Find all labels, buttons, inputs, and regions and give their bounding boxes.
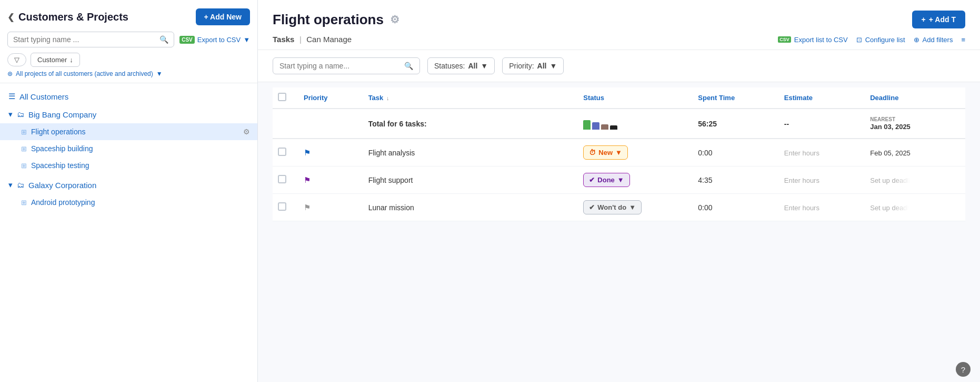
toolbar-actions: CSV Export list to CSV ⊡ Configure list … [778,36,965,44]
status-text-lm: Won't do [597,203,626,211]
row-estimate-lm[interactable]: Enter hours [779,194,865,221]
row-status-fs: ✔ Done ▼ [578,166,693,194]
priority-chevron: ▼ [549,62,557,70]
help-button[interactable]: ? [956,362,971,377]
list-view-button[interactable]: ≡ [961,36,965,44]
bar-2 [592,122,599,130]
flag-icon-fs: ⚑ [304,175,311,184]
sidebar-search-box[interactable]: 🔍 [7,32,174,47]
sidebar-header: ❮ Customers & Projects + Add New 🔍 CSV E… [0,0,257,83]
deadline-lm: Set up deadl [870,204,908,212]
row-task-fa[interactable]: Flight analysis [363,139,578,166]
all-customers-nav[interactable]: ☰ All Customers [0,87,257,105]
project-gear-button-fo[interactable]: ⚙ [243,128,250,136]
th-task[interactable]: Task ↓ [363,87,578,109]
th-priority[interactable]: Priority [298,87,363,109]
main-toolbar: Tasks | Can Manage CSV Export list to CS… [273,35,965,50]
export-list-csv-button[interactable]: CSV Export list to CSV [778,36,847,44]
search-row: 🔍 CSV Export to CSV ▼ [7,32,250,47]
bar-3 [601,124,608,130]
configure-list-icon: ⊡ [856,36,862,44]
total-spent: 56:25 [698,120,717,128]
total-deadline-value: Jan 03, 2025 [870,123,911,131]
th-spent-time[interactable]: Spent Time [693,87,778,109]
row-priority-fa: ⚑ [298,139,363,166]
configure-list-button[interactable]: ⊡ Configure list [856,36,905,44]
statuses-filter[interactable]: Statuses: All ▼ [427,57,495,74]
table-body: Total for 6 tasks: 56:25 [273,109,965,221]
task-name-lm: Lunar mission [368,203,414,212]
task-name-fs: Flight support [368,176,413,184]
statuses-chevron: ▼ [481,62,488,70]
priority-filter[interactable]: Priority: All ▼ [502,57,564,74]
tasks-label-group: Tasks | Can Manage [273,35,352,44]
customer-group-header-galaxy[interactable]: ▾ 🗂 Galaxy Corporation [0,176,257,194]
th-estimate-label: Estimate [784,94,813,102]
expand-bigbang-icon: ▾ [8,110,13,119]
add-filters-label: Add filters [923,36,953,44]
select-all-checkbox[interactable] [278,93,286,101]
projects-filter-chevron: ▼ [156,70,163,77]
customer-filter-button[interactable]: Customer ↓ [31,53,80,67]
add-task-button[interactable]: + + Add T [912,11,965,28]
add-new-button[interactable]: + Add New [196,8,250,25]
all-dropdown-icon: ▽ [14,56,19,64]
estimate-fa: Enter hours [784,149,819,157]
status-badge-fs[interactable]: ✔ Done ▼ [583,173,629,187]
galaxy-folder-icon: 🗂 [17,181,24,189]
bar-1 [583,120,591,130]
checkbox-lm[interactable] [278,202,286,211]
total-label: Total for 6 tasks: [368,120,427,128]
th-status-label: Status [583,94,604,102]
sidebar-title: ❮ Customers & Projects [7,11,128,23]
th-estimate[interactable]: Estimate [779,87,865,109]
project-icon-fo: ⊞ [21,128,27,136]
help-icon: ? [961,365,965,374]
divider: | [299,35,302,44]
row-task-lm[interactable]: Lunar mission [363,194,578,221]
row-deadline-lm[interactable]: Set up deadl [865,194,965,221]
total-priority-cell [298,109,363,139]
total-bars-cell [578,109,693,139]
export-list-csv-label: Export list to CSV [794,36,848,44]
project-item-spaceship-building[interactable]: ⊞ Spaceship building [0,140,257,157]
csv-icon: CSV [179,36,195,44]
project-item-spaceship-testing[interactable]: ⊞ Spaceship testing [0,157,257,174]
export-csv-button[interactable]: CSV Export to CSV ▼ [179,36,250,44]
customer-group-header-bigbang[interactable]: ▾ 🗂 Big Bang Company [0,105,257,123]
main-settings-icon[interactable]: ⚙ [390,13,399,26]
project-item-android-prototyping[interactable]: ⊞ Android prototyping [0,194,257,211]
status-badge-lm[interactable]: ✔ Won't do ▼ [583,200,642,214]
all-customers-icon: ☰ [8,92,15,101]
th-status[interactable]: Status [578,87,693,109]
collapse-sidebar-icon[interactable]: ❮ [7,12,14,22]
sidebar-search-input[interactable] [13,35,159,44]
task-name-input[interactable] [279,62,404,70]
checkbox-fa[interactable] [278,148,286,156]
table-row: ⚑ Flight support ✔ Done ▼ [273,166,965,194]
spent-fs: 4:35 [698,176,712,184]
total-spent-cell: 56:25 [693,109,778,139]
project-label-st: Spaceship testing [31,161,89,170]
row-spent-fs: 4:35 [693,166,778,194]
status-badge-fa[interactable]: ⏱ New ▼ [583,145,628,160]
row-estimate-fa[interactable]: Enter hours [779,139,865,166]
row-deadline-fs[interactable]: Set up deadli [865,166,965,194]
th-deadline[interactable]: Deadline [865,87,965,109]
row-estimate-fs[interactable]: Enter hours [779,166,865,194]
status-icon-lm: ✔ [589,203,595,211]
project-item-flight-operations[interactable]: ⊞ Flight operations ⚙ [0,123,257,140]
task-name-search[interactable]: 🔍 [273,57,420,74]
galaxy-label: Galaxy Corporation [28,181,96,190]
bar-4 [610,125,617,130]
row-spent-fa: 0:00 [693,139,778,166]
row-task-fs[interactable]: Flight support [363,166,578,194]
csv-sm-icon: CSV [778,36,791,43]
add-filters-icon: ⊕ [914,36,919,44]
total-row: Total for 6 tasks: 56:25 [273,109,965,139]
add-filters-button[interactable]: ⊕ Add filters [914,36,953,44]
all-dropdown-button[interactable]: ▽ [7,53,26,66]
export-csv-chevron: ▼ [243,36,250,44]
projects-filter-row[interactable]: ⊛ All projects of all customers (active … [7,70,250,77]
checkbox-fs[interactable] [278,175,286,183]
